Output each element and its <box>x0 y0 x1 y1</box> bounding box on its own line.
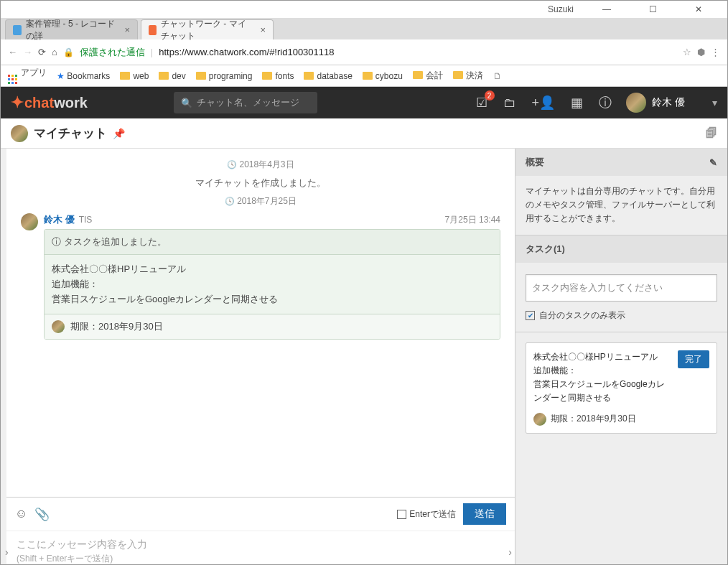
input-hint: (Shift + Enterキーで送信) <box>17 553 505 565</box>
message-input-bar: ☺ 📎 Enterで送信 送信 › ここにメッセージ内容を入力 (Shift +… <box>6 497 515 565</box>
done-button[interactable]: 完了 <box>678 350 709 368</box>
close-tab-icon[interactable]: × <box>260 24 266 35</box>
message-sender[interactable]: 鈴木 優 <box>44 213 75 226</box>
task-card: ⓘ タスクを追加しました。 株式会社〇〇様HPリニューアル 追加機能： 営業日ス… <box>44 229 500 340</box>
overview-text: マイチャットは自分専用のチャットです。自分用のメモやタスク管理、ファイルサーバー… <box>515 176 727 235</box>
edit-icon[interactable]: ✎ <box>709 157 717 168</box>
username: 鈴木 優 <box>652 96 685 109</box>
overview-header: 概要 ✎ <box>515 149 727 176</box>
window-user: Suzuki <box>548 4 574 14</box>
tasks-icon[interactable]: ☑ <box>476 95 487 111</box>
browser-urlbar: ← → ⟳ ⌂ 🔒 保護された通信 | https://www.chatwork… <box>1 39 727 65</box>
enter-send-checkbox[interactable]: Enterで送信 <box>397 508 456 520</box>
room-avatar <box>11 125 28 142</box>
own-tasks-checkbox[interactable]: ✔ 自分のタスクのみ表示 <box>526 309 717 322</box>
assignee-avatar <box>52 320 65 333</box>
bookmark-folder[interactable]: dev <box>159 71 185 81</box>
tab-title: チャットワーク - マイチャット <box>161 18 254 42</box>
secure-label: 保護された通信 <box>80 46 145 59</box>
close-window-button[interactable]: ✕ <box>686 4 711 14</box>
minimize-button[interactable]: — <box>594 4 620 14</box>
bookmark-star[interactable]: ★ Bookmarks <box>57 71 110 81</box>
window-titlebar: Suzuki — ☐ ✕ <box>1 1 727 18</box>
star-icon[interactable]: ☆ <box>683 47 691 57</box>
sidebar: 概要 ✎ マイチャットは自分専用のチャットです。自分用のメモやタスク管理、ファイ… <box>515 149 727 565</box>
chat-column: 2018年4月3日 マイチャットを作成しました。 2018年7月25日 鈴木 優… <box>6 149 515 565</box>
browser-tabstrip: 案件管理 - 5 - レコードの詳 × チャットワーク - マイチャット × <box>1 18 727 39</box>
task-card-footer: 期限：2018年9月30日 <box>45 314 500 339</box>
chatwork-logo[interactable]: ✦chatwork <box>11 93 88 112</box>
user-menu[interactable]: 鈴木 優 ▾ <box>626 93 717 113</box>
bookmark-folder[interactable]: 決済 <box>453 70 483 82</box>
chat-scroll[interactable]: 2018年4月3日 マイチャットを作成しました。 2018年7月25日 鈴木 優… <box>6 149 515 497</box>
bookmark-page-icon[interactable]: 🗋 <box>493 71 502 81</box>
task-due: 期限：2018年9月30日 <box>70 320 163 333</box>
message-textarea[interactable]: › ここにメッセージ内容を入力 (Shift + Enterキーで送信) › <box>6 531 515 565</box>
assignee-avatar <box>533 413 546 426</box>
send-button[interactable]: 送信 <box>463 503 506 525</box>
message-avatar <box>21 213 38 230</box>
checkbox-icon: ✔ <box>526 311 535 320</box>
app-header: ✦chatwork 🔍 チャット名、メッセージ ☑ 🗀 +👤 ▦ ⓘ 鈴木 優 … <box>1 87 727 118</box>
forward-icon[interactable]: → <box>23 47 32 57</box>
info-icon[interactable]: ⓘ <box>599 94 612 111</box>
search-icon: 🔍 <box>181 98 192 108</box>
files-icon[interactable]: 🗀 <box>503 95 516 111</box>
bookmark-folder[interactable]: programing <box>196 71 253 81</box>
task-item: 株式会社〇〇様HPリニューアル 追加機能： 営業日スケジュールをGoogleカレ… <box>526 342 717 434</box>
date-divider: 2018年4月3日 <box>21 159 500 171</box>
chevron-left-icon[interactable]: › <box>5 546 9 558</box>
message-org: TIS <box>79 215 93 225</box>
system-message: マイチャットを作成しました。 <box>21 177 500 190</box>
reload-icon[interactable]: ⟳ <box>38 47 46 57</box>
task-text: 株式会社〇〇様HPリニューアル 追加機能： 営業日スケジュールをGoogleカレ… <box>533 350 672 406</box>
chat-message: 鈴木 優 TIS 7月25日 13:44 ⓘ タスクを追加しました。 株式会社〇… <box>21 213 500 340</box>
task-due: 期限：2018年9月30日 <box>551 412 636 426</box>
search-input[interactable]: 🔍 チャット名、メッセージ <box>174 92 317 113</box>
pin-icon[interactable]: 📌 <box>113 128 125 139</box>
bookmark-folder[interactable]: 会計 <box>413 70 443 82</box>
chevron-down-icon: ▾ <box>712 97 717 108</box>
room-header: マイチャット 📌 🗐 <box>1 118 727 149</box>
bookmark-folder[interactable]: web <box>120 71 149 81</box>
task-input[interactable]: タスク内容を入力してください <box>526 274 717 302</box>
message-time: 7月25日 13:44 <box>445 214 500 226</box>
bookmark-folder[interactable]: fonts <box>262 71 294 81</box>
avatar <box>626 93 646 113</box>
room-title: マイチャット <box>34 125 107 141</box>
maximize-button[interactable]: ☐ <box>640 4 666 14</box>
task-card-content: 株式会社〇〇様HPリニューアル 追加機能： 営業日スケジュールをGoogleカレ… <box>45 255 500 314</box>
bookmark-folder[interactable]: cybozu <box>363 71 403 81</box>
back-icon[interactable]: ← <box>8 47 17 57</box>
contacts-icon[interactable]: +👤 <box>532 95 556 111</box>
tab-favicon <box>13 25 22 35</box>
chevron-right-icon[interactable]: › <box>508 546 512 558</box>
close-tab-icon[interactable]: × <box>124 24 130 35</box>
apps-shortcut[interactable]: アプリ <box>8 67 47 85</box>
grid-icon[interactable]: ▦ <box>571 95 583 111</box>
input-placeholder: ここにメッセージ内容を入力 <box>17 538 505 551</box>
browser-tab-active[interactable]: チャットワーク - マイチャット × <box>141 19 274 39</box>
tasks-header: タスク(1) <box>515 235 727 263</box>
lock-icon: 🔒 <box>63 47 74 57</box>
tab-title: 案件管理 - 5 - レコードの詳 <box>26 18 118 42</box>
tab-favicon <box>149 25 157 35</box>
bookmark-folder[interactable]: database <box>304 71 352 81</box>
ext-icon[interactable]: ⬢ <box>697 47 705 57</box>
search-placeholder: チャット名、メッセージ <box>197 96 299 109</box>
menu-icon[interactable]: ⋮ <box>711 47 720 57</box>
bookmarks-bar: アプリ ★ Bookmarks web dev programing fonts… <box>1 65 727 87</box>
date-divider: 2018年7月25日 <box>21 195 500 207</box>
page-icon[interactable]: 🗐 <box>706 127 717 140</box>
emoji-icon[interactable]: ☺ <box>15 507 27 521</box>
task-card-header: ⓘ タスクを追加しました。 <box>45 230 500 255</box>
url-text[interactable]: https://www.chatwork.com/#!rid100301118 <box>159 47 334 57</box>
home-icon[interactable]: ⌂ <box>52 47 57 57</box>
browser-tab[interactable]: 案件管理 - 5 - レコードの詳 × <box>5 19 138 39</box>
attach-icon[interactable]: 📎 <box>34 507 50 522</box>
